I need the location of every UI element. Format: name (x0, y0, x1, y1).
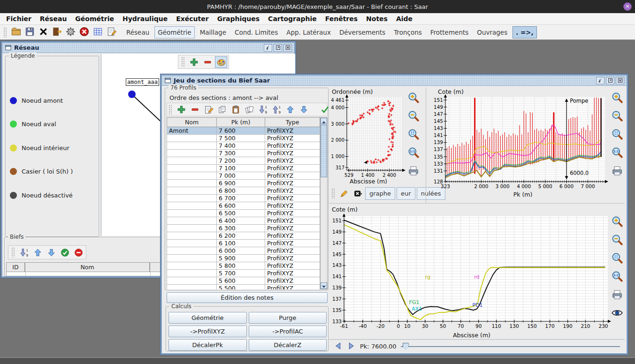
plan-chart[interactable]: 5291 4002 4004 4614 0003 0002 0001 00031… (331, 94, 406, 178)
biefs-toolbar-grip[interactable] (11, 247, 15, 258)
toolbar-button-app-lateraux[interactable]: App. Latéraux (283, 26, 334, 38)
visibility-icon[interactable] (610, 306, 624, 319)
menu-reseau[interactable]: Réseau (36, 14, 71, 24)
previous-section-button[interactable] (334, 341, 344, 351)
profils-column-nom[interactable]: Nom (167, 118, 217, 127)
toolbar-button-maillage[interactable]: Maillage (197, 26, 230, 38)
calc-button-purge[interactable]: Purge (249, 312, 327, 324)
profil-cell[interactable]: ProfilXYZ (265, 262, 320, 270)
toolbar-button-reseau[interactable]: Réseau (123, 26, 153, 38)
profil-cell[interactable]: ProfilXYZ (265, 142, 320, 150)
profil-cell[interactable]: 7 500 (217, 135, 265, 142)
profil-cell[interactable]: ProfilXYZ (265, 202, 320, 210)
profil-cell[interactable] (167, 135, 217, 142)
profil-cell[interactable]: ProfilXYZ (265, 240, 320, 247)
zoom-out-icon[interactable] (610, 109, 624, 122)
sections-toolbar-grip[interactable] (168, 105, 172, 115)
profil-cell[interactable] (167, 210, 217, 217)
zoom-1-1-icon[interactable] (610, 145, 624, 159)
scroll-down-button[interactable] (321, 282, 327, 289)
profil-cell[interactable] (167, 240, 217, 247)
profil-cell[interactable]: 6 800 (217, 187, 265, 195)
validate-icon[interactable] (319, 104, 331, 115)
profil-row[interactable]: 6 000ProfilXYZ (167, 247, 320, 255)
profil-cell[interactable]: ProfilXYZ (265, 277, 320, 285)
profil-row[interactable]: 6 700ProfilXYZ (167, 195, 320, 202)
scroll-up-button[interactable] (321, 118, 327, 124)
sections-window-titlebar[interactable]: Jeu de sections du Bief Saar (162, 76, 627, 86)
profil-cell[interactable]: Amont (167, 127, 217, 135)
profil-cell[interactable] (167, 180, 217, 187)
profil-cell[interactable]: 6 500 (217, 210, 265, 217)
profil-row[interactable]: 7 300ProfilXYZ (167, 150, 320, 157)
profil-cell[interactable]: 6 300 (217, 225, 265, 232)
menu-aide[interactable]: Aide (392, 14, 417, 24)
tab-graphe[interactable]: graphe (365, 187, 395, 200)
profil-row[interactable]: 6 100ProfilXYZ (167, 240, 320, 247)
profil-row[interactable]: 5 600ProfilXYZ (167, 277, 320, 285)
sort-ascending-icon[interactable] (270, 104, 283, 115)
profil-cell[interactable] (167, 202, 217, 210)
profil-cell[interactable]: ProfilXYZ (265, 180, 320, 187)
zoom-out-icon[interactable] (610, 233, 624, 246)
menu-graphiques[interactable]: Graphiques (213, 14, 264, 24)
menu-hydraulique[interactable]: Hydraulique (118, 14, 172, 24)
minimize-button[interactable] (596, 77, 604, 84)
menu-fenetres[interactable]: Fenêtres (321, 14, 362, 24)
cross-section-chart[interactable]: -61-40-200103050709011013015017019021023… (331, 212, 612, 331)
settings-gear-icon[interactable] (64, 26, 77, 38)
toolbar-grip[interactable] (3, 27, 7, 38)
profil-cell[interactable]: 6 900 (217, 180, 265, 187)
calc-button-decalerpk[interactable]: DécalerPk (168, 339, 247, 351)
profil-row[interactable]: 6 300ProfilXYZ (167, 225, 320, 232)
profil-cell[interactable]: ProfilXYZ (265, 157, 320, 165)
profil-cell[interactable]: ProfilXYZ (265, 165, 320, 172)
zoom-1-1-icon[interactable] (610, 269, 624, 282)
profil-cell[interactable]: 6 100 (217, 240, 265, 247)
profil-cell[interactable]: ProfilXYZ (265, 225, 320, 232)
profil-cell[interactable] (167, 285, 217, 290)
profil-row[interactable]: 7 500ProfilXYZ (167, 135, 320, 142)
profil-cell[interactable]: ProfilXYZ (265, 187, 320, 195)
zoom-out-icon[interactable] (406, 109, 421, 122)
profil-row[interactable]: 6 200ProfilXYZ (167, 232, 320, 240)
tab-eur[interactable]: eur (397, 187, 415, 200)
profils-column-type[interactable]: Type (265, 118, 320, 127)
door-arrow-icon[interactable] (50, 26, 64, 38)
profil-cell[interactable]: 6 600 (217, 202, 265, 210)
biefs-column-id[interactable]: ID (6, 262, 25, 272)
profil-row[interactable]: 7 100ProfilXYZ (167, 165, 320, 172)
menu-fichier[interactable]: Fichier (2, 14, 36, 24)
profil-row[interactable]: 6 400ProfilXYZ (167, 217, 320, 225)
profil-cell[interactable] (167, 187, 217, 195)
close-button[interactable] (616, 77, 624, 84)
profil-cell[interactable]: ProfilXYZ (265, 172, 320, 180)
menu-cartographie[interactable]: Cartographie (264, 14, 321, 24)
calc-button-profilxyz[interactable]: ->ProfilXYZ (168, 326, 247, 337)
close-icon[interactable] (37, 26, 50, 38)
biefs-column-nom[interactable]: Nom (25, 262, 150, 272)
profil-cell[interactable]: 6 400 (217, 217, 265, 225)
zoom-in-icon[interactable] (610, 91, 624, 104)
profil-cell[interactable]: ProfilXYZ (265, 135, 320, 142)
profil-cell[interactable]: 5 700 (217, 270, 265, 277)
profil-cell[interactable] (167, 270, 217, 277)
profil-cell[interactable]: 5 800 (217, 262, 265, 270)
sort-descending-icon[interactable] (257, 104, 269, 115)
add-node-icon[interactable] (188, 56, 200, 68)
open-folder-icon[interactable] (9, 26, 23, 38)
profils-scrollbar[interactable] (320, 117, 328, 289)
move-up-icon[interactable] (284, 104, 296, 115)
profil-cell[interactable]: ProfilXYZ (265, 270, 320, 277)
profil-row[interactable]: Amont7 600ProfilXYZ (167, 127, 320, 135)
zoom-in-icon[interactable] (610, 214, 624, 228)
stop-icon[interactable] (77, 26, 91, 38)
maximize-button[interactable] (606, 77, 614, 84)
profil-cell[interactable]: ProfilXYZ (265, 210, 320, 217)
profil-cell[interactable]: ProfilXYZ (265, 285, 320, 290)
profil-cell[interactable] (167, 232, 217, 240)
profil-row[interactable]: 5 900ProfilXYZ (167, 255, 320, 262)
print-icon[interactable] (610, 288, 624, 301)
pk-slider[interactable] (401, 342, 620, 351)
canvas-toolbar-grip[interactable] (181, 57, 185, 67)
